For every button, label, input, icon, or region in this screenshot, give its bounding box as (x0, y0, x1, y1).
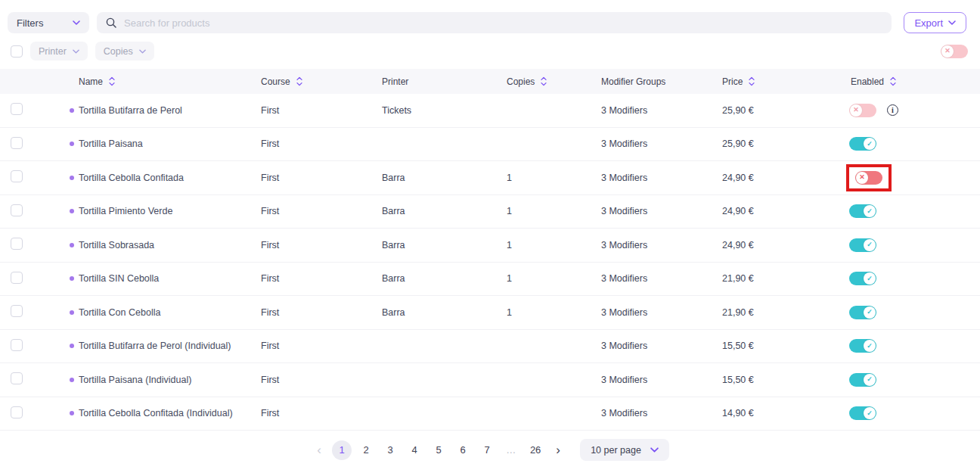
row-checkbox[interactable] (11, 339, 23, 351)
toggle-knob (864, 374, 876, 386)
modifier-groups-cell: 3 Modifiers (591, 273, 712, 284)
enabled-toggle[interactable] (849, 373, 876, 387)
product-color-dot (70, 142, 74, 146)
column-label: Enabled (851, 76, 884, 87)
row-checkbox[interactable] (11, 272, 23, 284)
search-input[interactable] (124, 17, 882, 29)
printer-cell: Barra (371, 206, 496, 216)
name-cell: Tortilla Cebolla Confitada (Individual) (68, 408, 250, 418)
product-color-dot (70, 243, 74, 247)
toggle-knob (864, 138, 876, 150)
sort-icon[interactable] (749, 76, 755, 86)
name-cell: Tortilla Butifarra de Perol (Individual) (68, 341, 250, 351)
column-header-price[interactable]: Price (712, 76, 840, 87)
copies-cell: 1 (496, 307, 591, 318)
table-row: Tortilla Butifarra de Perol (Individual)… (0, 330, 980, 364)
export-button[interactable]: Export (904, 12, 966, 33)
enabled-toggle[interactable] (849, 104, 876, 117)
toggle-highlight-box (846, 336, 879, 356)
page-button-5[interactable]: 5 (429, 440, 448, 460)
select-all-checkbox[interactable] (11, 45, 23, 58)
row-checkbox[interactable] (11, 103, 23, 115)
info-icon[interactable]: i (887, 104, 898, 116)
chevron-down-icon (650, 447, 659, 453)
row-checkbox[interactable] (11, 170, 23, 182)
row-checkbox[interactable] (11, 305, 23, 317)
search-icon (106, 17, 116, 28)
column-label: Printer (382, 76, 408, 87)
table-row: Tortilla Sobrasada First Barra 1 3 Modif… (0, 229, 980, 263)
printer-chip-label: Printer (39, 46, 67, 57)
enabled-toggle[interactable] (849, 272, 876, 285)
row-checkbox[interactable] (11, 406, 23, 418)
name-cell: Tortilla Cebolla Confitada (68, 173, 250, 183)
enabled-toggle[interactable] (849, 406, 876, 420)
course-cell: First (250, 240, 371, 250)
name-cell: Tortilla Paisana (Individual) (68, 375, 250, 385)
sort-icon[interactable] (296, 76, 302, 86)
toggle-knob (864, 272, 876, 285)
page-button-4[interactable]: 4 (405, 440, 424, 460)
enabled-toggle[interactable] (849, 137, 876, 151)
printer-filter-chip[interactable]: Printer (30, 42, 88, 61)
enabled-cell: i (840, 101, 980, 120)
product-name[interactable]: Tortilla Butifarra de Perol (79, 105, 182, 116)
product-name[interactable]: Tortilla Con Cebolla (79, 307, 160, 318)
modifier-groups-cell: 3 Modifiers (591, 206, 712, 216)
toggle-knob (864, 407, 876, 419)
copies-filter-chip[interactable]: Copies (95, 42, 154, 61)
row-checkbox[interactable] (11, 238, 23, 250)
row-checkbox[interactable] (11, 137, 23, 149)
sort-icon[interactable] (541, 76, 547, 86)
page-button-6[interactable]: 6 (453, 440, 473, 460)
row-checkbox[interactable] (11, 204, 23, 216)
page-button-7[interactable]: 7 (477, 440, 497, 460)
enabled-toggle[interactable] (849, 204, 876, 218)
printer-cell: Barra (371, 273, 496, 284)
price-cell: 25,90 € (712, 138, 840, 149)
column-header-name[interactable]: Name (68, 76, 250, 87)
toggle-knob (850, 104, 862, 117)
product-name[interactable]: Tortilla Cebolla Confitada (Individual) (79, 408, 233, 418)
enabled-cell: i (840, 370, 980, 390)
row-checkbox[interactable] (11, 372, 23, 384)
page-button-26[interactable]: 26 (526, 440, 545, 460)
printer-cell: Barra (371, 240, 496, 250)
page-button-1[interactable]: 1 (332, 440, 352, 460)
enabled-toggle[interactable] (855, 171, 882, 185)
toggle-knob (864, 239, 876, 251)
toggle-highlight-box (846, 101, 879, 120)
per-page-select[interactable]: 10 per page (580, 439, 669, 461)
bulk-enabled-toggle[interactable] (941, 45, 968, 58)
column-header-enabled[interactable]: Enabled (840, 76, 980, 87)
product-name[interactable]: Tortilla SIN Cebolla (79, 273, 159, 284)
product-name[interactable]: Tortilla Cebolla Confitada (79, 173, 184, 183)
course-cell: First (250, 173, 371, 183)
toggle-highlight-box (846, 370, 879, 390)
page-button-3[interactable]: 3 (380, 440, 400, 460)
filter-row: Printer Copies (0, 33, 980, 61)
column-header-course[interactable]: Course (250, 76, 371, 87)
prev-page-button[interactable]: ‹ (311, 440, 327, 460)
sort-icon[interactable] (109, 76, 115, 86)
enabled-toggle[interactable] (849, 306, 876, 319)
price-cell: 15,50 € (712, 341, 840, 351)
price-cell: 24,90 € (712, 173, 840, 183)
product-name[interactable]: Tortilla Paisana (79, 138, 143, 149)
enabled-toggle[interactable] (849, 238, 876, 252)
price-cell: 21,90 € (712, 307, 840, 318)
enabled-cell: i (840, 164, 980, 191)
toggle-highlight-box (846, 201, 879, 221)
product-name[interactable]: Tortilla Pimiento Verde (79, 206, 172, 216)
column-header-copies[interactable]: Copies (496, 76, 591, 87)
next-page-button[interactable]: › (550, 440, 566, 460)
product-name[interactable]: Tortilla Paisana (Individual) (79, 375, 191, 385)
modifier-groups-cell: 3 Modifiers (591, 138, 712, 149)
filters-dropdown[interactable]: Filters (8, 12, 89, 33)
product-name[interactable]: Tortilla Butifarra de Perol (Individual) (79, 341, 231, 351)
product-name[interactable]: Tortilla Sobrasada (79, 240, 154, 250)
search-box[interactable] (97, 12, 892, 33)
page-button-2[interactable]: 2 (356, 440, 376, 460)
enabled-toggle[interactable] (849, 339, 876, 353)
sort-icon[interactable] (890, 76, 896, 86)
